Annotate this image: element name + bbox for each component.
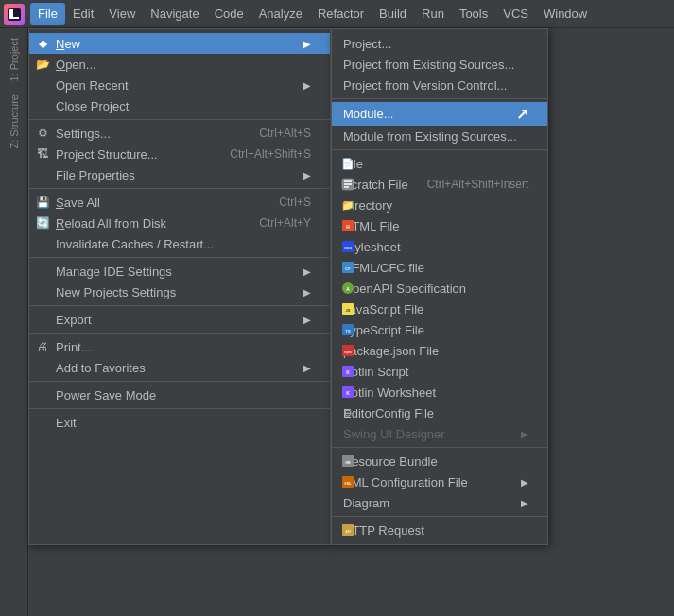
separator-1 bbox=[29, 119, 330, 120]
menu-run[interactable]: Run bbox=[414, 3, 452, 25]
new-cfml[interactable]: CF CFML/CFC file bbox=[332, 257, 547, 278]
new-file[interactable]: 📄 File bbox=[332, 153, 547, 174]
file-export[interactable]: Export ▶ bbox=[29, 309, 330, 330]
new-dropdown: Project... Project from Existing Sources… bbox=[331, 28, 548, 545]
scratch-icon bbox=[339, 178, 356, 191]
menu-code[interactable]: Code bbox=[207, 3, 251, 25]
kotlin-script-icon: K bbox=[339, 365, 356, 378]
menu-view[interactable]: View bbox=[101, 3, 143, 25]
file-properties[interactable]: File Properties ▶ bbox=[29, 164, 330, 185]
file-project-structure[interactable]: 🏗 Project Structure... Ctrl+Alt+Shift+S bbox=[29, 144, 330, 164]
new-kotlin-worksheet[interactable]: K Kotlin Worksheet bbox=[332, 382, 547, 402]
new-sep-2 bbox=[332, 149, 547, 150]
new-project[interactable]: Project... bbox=[332, 33, 547, 54]
new-directory[interactable]: 📁 Directory bbox=[332, 195, 547, 215]
svg-text:K: K bbox=[346, 390, 350, 396]
new-js-file[interactable]: JS JavaScript File bbox=[332, 299, 547, 319]
new-ts-file[interactable]: TS TypeScript File bbox=[332, 319, 547, 340]
new-module[interactable]: Module... ↗ bbox=[332, 102, 547, 126]
file-open[interactable]: 📂 Open... bbox=[29, 54, 330, 75]
file-save-all[interactable]: 💾 Save All Ctrl+S bbox=[29, 192, 330, 213]
save-icon: 💾 bbox=[35, 196, 50, 209]
file-reload[interactable]: 🔄 Reload All from Disk Ctrl+Alt+Y bbox=[29, 213, 330, 233]
file-new-projects-settings[interactable]: New Projects Settings ▶ bbox=[29, 282, 330, 302]
svg-text:H: H bbox=[346, 224, 350, 230]
file-icon: 📄 bbox=[339, 157, 356, 170]
svg-text:API: API bbox=[345, 530, 350, 534]
html-icon: H bbox=[339, 219, 356, 232]
file-power-save[interactable]: Power Save Mode bbox=[29, 385, 330, 405]
separator-3 bbox=[29, 257, 330, 258]
css-icon: CSS bbox=[339, 240, 356, 253]
menu-refactor[interactable]: Refactor bbox=[310, 3, 372, 25]
app-logo bbox=[4, 4, 25, 25]
file-new[interactable]: ◆ New ▶ bbox=[29, 33, 330, 54]
kotlin-worksheet-icon: K bbox=[339, 385, 356, 399]
file-manage-ide[interactable]: Manage IDE Settings ▶ bbox=[29, 261, 330, 282]
reload-icon: 🔄 bbox=[35, 216, 50, 230]
npm-icon: npm bbox=[339, 344, 356, 357]
new-scratch-file[interactable]: Scratch File Ctrl+Alt+Shift+Insert bbox=[332, 174, 547, 195]
js-icon: JS bbox=[339, 302, 356, 316]
settings-icon: ⚙ bbox=[35, 127, 50, 140]
svg-rect-2 bbox=[9, 17, 19, 19]
new-xml-config[interactable]: XML XML Configuration File ▶ bbox=[332, 471, 547, 492]
cfml-icon: CF bbox=[339, 261, 356, 274]
file-open-recent[interactable]: Open Recent ▶ bbox=[29, 75, 330, 95]
separator-4 bbox=[29, 305, 330, 306]
menu-edit[interactable]: Edit bbox=[65, 3, 101, 25]
menu-analyze[interactable]: Analyze bbox=[251, 3, 310, 25]
new-resource-bundle[interactable]: RB Resource Bundle bbox=[332, 451, 547, 471]
new-http-request[interactable]: API HTTP Request bbox=[332, 520, 547, 540]
new-sep-4 bbox=[332, 516, 547, 517]
new-module-existing[interactable]: Module from Existing Sources... bbox=[332, 126, 547, 146]
resource-icon: RB bbox=[339, 454, 356, 468]
menu-vcs[interactable]: VCS bbox=[495, 3, 536, 25]
svg-text:K: K bbox=[346, 369, 350, 375]
new-sep-1 bbox=[332, 98, 547, 99]
svg-text:JS: JS bbox=[346, 308, 351, 313]
cursor-arrow: ↗ bbox=[516, 105, 528, 123]
new-project-vcs[interactable]: Project from Version Control... bbox=[332, 75, 547, 95]
new-stylesheet[interactable]: CSS Stylesheet bbox=[332, 236, 547, 257]
http-icon: API bbox=[339, 523, 356, 537]
new-openapi[interactable]: A OpenAPI Specification bbox=[332, 278, 547, 299]
svg-text:RB: RB bbox=[345, 461, 351, 465]
directory-icon: 📁 bbox=[339, 198, 356, 212]
separator-2 bbox=[29, 188, 330, 189]
sidebar: 1: Project Z: Structure bbox=[0, 28, 28, 616]
new-project-existing[interactable]: Project from Existing Sources... bbox=[332, 54, 547, 75]
svg-text:CSS: CSS bbox=[344, 246, 353, 250]
new-kotlin-script[interactable]: K Kotlin Script bbox=[332, 361, 547, 382]
file-exit[interactable]: Exit bbox=[29, 412, 330, 433]
menu-tools[interactable]: Tools bbox=[452, 3, 495, 25]
file-print[interactable]: 🖨 Print... bbox=[29, 336, 330, 357]
separator-7 bbox=[29, 408, 330, 409]
file-add-to-favorites[interactable]: Add to Favorites ▶ bbox=[29, 357, 330, 378]
new-package-json[interactable]: npm package.json File bbox=[332, 340, 547, 361]
menu-build[interactable]: Build bbox=[372, 3, 414, 25]
sidebar-tab-project[interactable]: 1: Project bbox=[7, 32, 22, 87]
ts-icon: TS bbox=[339, 323, 356, 336]
new-icon: ◆ bbox=[35, 37, 50, 50]
sidebar-tab-structure[interactable]: Z: Structure bbox=[7, 89, 22, 154]
separator-5 bbox=[29, 333, 330, 334]
new-swing-designer: Swing UI Designer ▶ bbox=[332, 423, 547, 444]
menubar: File Edit View Navigate Code Analyze Ref… bbox=[0, 0, 674, 28]
menu-file[interactable]: File bbox=[30, 3, 65, 25]
menu-window[interactable]: Window bbox=[536, 3, 595, 25]
svg-text:XML: XML bbox=[344, 482, 352, 486]
file-settings[interactable]: ⚙ Settings... Ctrl+Alt+S bbox=[29, 123, 330, 144]
separator-6 bbox=[29, 381, 330, 382]
menu-navigate[interactable]: Navigate bbox=[143, 3, 206, 25]
file-close-project[interactable]: Close Project bbox=[29, 95, 330, 116]
file-dropdown: ◆ New ▶ 📂 Open... Open Recent ▶ Close Pr… bbox=[28, 28, 331, 545]
print-icon: 🖨 bbox=[35, 340, 50, 353]
new-html-file[interactable]: H HTML File bbox=[332, 215, 547, 236]
svg-text:TS: TS bbox=[345, 329, 350, 334]
folder-icon: 📂 bbox=[35, 58, 50, 71]
file-invalidate-caches[interactable]: Invalidate Caches / Restart... bbox=[29, 233, 330, 254]
new-editorconfig[interactable]: ⚙ EditorConfig File bbox=[332, 402, 547, 423]
svg-text:npm: npm bbox=[344, 351, 351, 354]
new-diagram[interactable]: Diagram ▶ bbox=[332, 492, 547, 513]
